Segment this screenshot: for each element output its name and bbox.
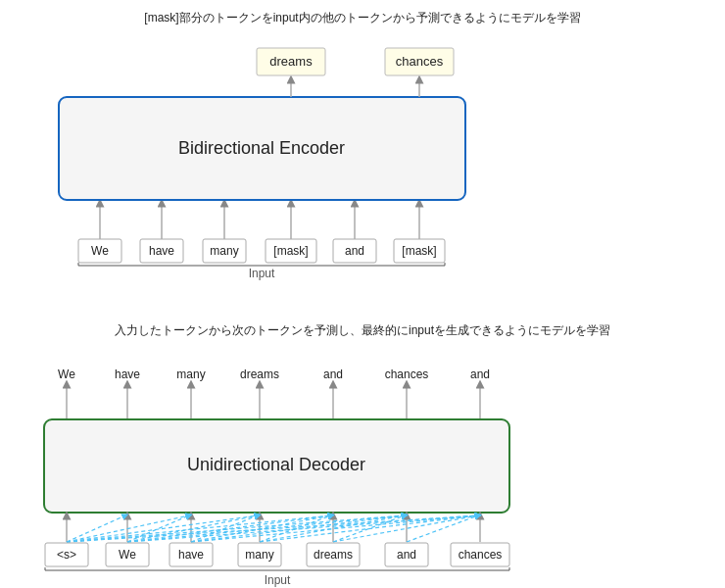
svg-line-61 [191, 515, 331, 542]
svg-text:We: We [58, 368, 75, 381]
svg-text:Input: Input [265, 573, 291, 587]
svg-text:have: have [149, 244, 174, 258]
svg-text:chances: chances [385, 368, 429, 381]
svg-text:chances: chances [396, 54, 444, 69]
svg-text:We: We [91, 244, 109, 258]
top-caption: [mask]部分のトークンをinput内の他のトークンから予測できるようにモデル… [20, 10, 705, 26]
svg-text:dreams: dreams [240, 368, 279, 381]
bottom-caption: 入力したトークンから次のトークンを予測し、最終的にinputを生成できるようにモ… [20, 322, 705, 339]
svg-text:many: many [245, 548, 273, 562]
svg-text:and: and [397, 548, 416, 562]
svg-text:and: and [345, 244, 364, 258]
bottom-diagram-svg: We have many dreams and chances and Unid… [39, 351, 686, 588]
svg-text:and: and [323, 368, 343, 381]
svg-text:We: We [119, 548, 136, 562]
svg-text:and: and [470, 368, 490, 381]
svg-text:[mask]: [mask] [273, 244, 308, 258]
svg-text:Input: Input [249, 267, 275, 280]
svg-text:many: many [176, 368, 205, 381]
svg-text:have: have [178, 548, 204, 562]
svg-line-58 [191, 515, 258, 542]
svg-text:[mask]: [mask] [402, 244, 436, 258]
top-diagram-svg: We have many [mask] and [mask] [39, 38, 686, 293]
svg-text:chances: chances [459, 548, 503, 562]
svg-text:dreams: dreams [314, 548, 353, 562]
svg-text:many: many [210, 244, 238, 258]
svg-text:Unidirectional Decoder: Unidirectional Decoder [187, 455, 365, 474]
svg-text:dreams: dreams [269, 54, 313, 69]
svg-line-59 [67, 515, 331, 542]
svg-text:<s>: <s> [57, 548, 76, 562]
svg-text:have: have [115, 368, 140, 381]
svg-text:Bidirectional Encoder: Bidirectional Encoder [178, 138, 345, 158]
